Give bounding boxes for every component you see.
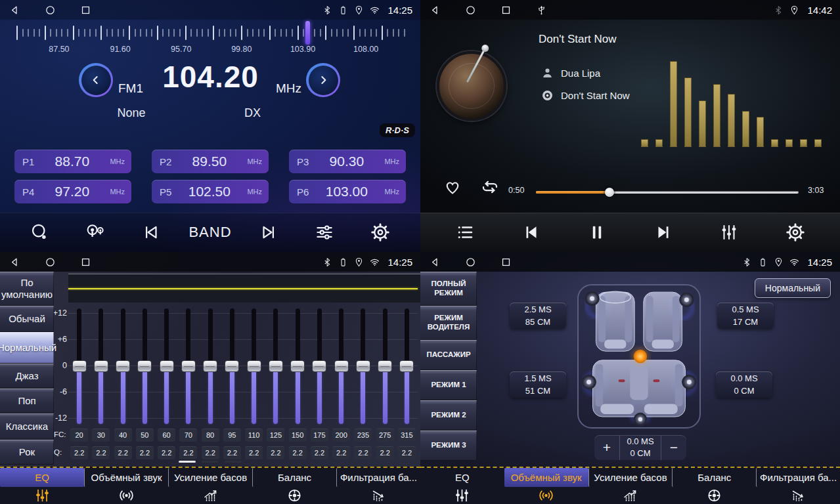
delay-front-right[interactable]: 0.5 MS 17 CM (717, 303, 774, 329)
tab-eq-sliders[interactable]: EQ (420, 468, 504, 504)
broadcast-icon[interactable] (77, 218, 114, 247)
eq-band-slider-200[interactable] (330, 307, 352, 427)
q-value[interactable]: 2.2 (354, 446, 372, 459)
tab-eq-sliders[interactable]: EQ (0, 468, 84, 504)
slider-thumb[interactable] (225, 360, 239, 372)
eq-preset-1[interactable]: По умолчанию (0, 272, 54, 306)
eq-preset-6[interactable]: Классика (0, 413, 54, 440)
q-value[interactable]: 2.2 (114, 446, 132, 459)
prev-icon[interactable] (133, 218, 169, 247)
preset-button-5[interactable]: P5 102.50 MHz (152, 180, 269, 203)
q-value[interactable]: 2.2 (92, 446, 110, 459)
eq-band-slider-150[interactable] (287, 307, 309, 427)
eq-preset-7[interactable]: Рок (0, 440, 54, 465)
fc-value[interactable]: 50 (136, 429, 154, 442)
seek-bar[interactable] (536, 188, 799, 197)
slider-thumb[interactable] (160, 360, 174, 372)
eq-band-slider-110[interactable] (243, 307, 265, 427)
back-button[interactable] (428, 255, 441, 268)
slider-thumb[interactable] (72, 360, 87, 372)
q-value[interactable]: 2.2 (376, 446, 394, 459)
fc-value[interactable]: 70 (179, 429, 197, 442)
eq-preset-3[interactable]: Нормальный (0, 332, 54, 364)
tab-balance[interactable]: Баланс (252, 468, 336, 504)
prev-track-icon[interactable] (513, 218, 550, 247)
eq-band-slider-315[interactable] (396, 307, 418, 427)
recents-button[interactable] (79, 255, 92, 268)
preset-button-6[interactable]: P6 103.00 MHz (289, 180, 406, 203)
slider-thumb[interactable] (356, 360, 370, 372)
mode-5[interactable]: РЕЖИМ 2 (420, 400, 477, 430)
eq-preset-2[interactable]: Обычай (0, 306, 54, 332)
fc-value[interactable]: 150 (289, 429, 307, 442)
eq-band-slider-40[interactable] (112, 307, 134, 427)
dial-pointer[interactable] (305, 21, 310, 45)
mode-4[interactable]: РЕЖИМ 1 (420, 370, 477, 400)
tab-bass-boost[interactable]: Усиление басов (168, 468, 252, 504)
repeat-icon[interactable] (479, 177, 500, 197)
slider-thumb[interactable] (269, 360, 283, 372)
eq-band-slider-70[interactable] (177, 307, 199, 427)
q-value[interactable]: 2.2 (70, 446, 88, 459)
slider-thumb[interactable] (334, 360, 349, 372)
q-value[interactable]: 2.2 (158, 446, 175, 459)
mode-6[interactable]: РЕЖИМ 3 (420, 430, 477, 461)
mode-2[interactable]: РЕЖИМ ВОДИТЕЛЯ (420, 306, 477, 340)
eq-band-slider-95[interactable] (221, 307, 243, 427)
band-button[interactable]: BAND (188, 218, 231, 247)
seek-thumb[interactable] (605, 188, 614, 197)
fc-value[interactable]: 275 (376, 429, 394, 442)
home-button[interactable] (43, 3, 56, 16)
increase-button[interactable]: + (594, 435, 619, 460)
back-button[interactable] (8, 255, 21, 268)
fc-value[interactable]: 315 (398, 429, 416, 442)
q-value[interactable]: 2.2 (136, 446, 154, 459)
surround-preset-button[interactable]: Нормальный (755, 278, 831, 298)
q-value[interactable]: 2.2 (289, 446, 307, 459)
mode-1[interactable]: ПОЛНЫЙ РЕЖИМ (420, 272, 477, 306)
fc-value[interactable]: 110 (245, 429, 263, 442)
slider-thumb[interactable] (181, 360, 196, 372)
slider-thumb[interactable] (203, 360, 217, 372)
slider-thumb[interactable] (247, 360, 261, 372)
preset-button-4[interactable]: P4 97.20 MHz (14, 180, 131, 203)
preset-button-3[interactable]: P3 90.30 MHz (289, 150, 406, 173)
q-value[interactable]: 2.2 (202, 446, 219, 459)
slider-thumb[interactable] (116, 360, 130, 372)
eq-preset-4[interactable]: Джаз (0, 364, 54, 388)
tune-up-button[interactable] (306, 63, 340, 97)
q-value[interactable]: 2.2 (332, 446, 350, 459)
preset-button-1[interactable]: P1 88.70 MHz (14, 150, 131, 173)
eq-band-slider-275[interactable] (374, 307, 396, 427)
delay-rear-left[interactable]: 1.5 MS 51 CM (510, 371, 566, 398)
fc-value[interactable]: 175 (311, 429, 328, 442)
eq-band-slider-20[interactable] (68, 307, 90, 427)
eq-adjust-icon[interactable] (306, 218, 343, 247)
tab-crossover-filter[interactable]: Фильтрация ба... (756, 468, 840, 504)
recents-button[interactable] (79, 3, 92, 16)
tab-bass-boost[interactable]: Усиление басов (588, 468, 673, 504)
tab-surround-sound[interactable]: Объёмный звук (84, 468, 168, 504)
slider-thumb[interactable] (137, 360, 152, 372)
q-value[interactable]: 2.2 (223, 446, 241, 459)
q-value[interactable]: 2.2 (311, 446, 328, 459)
decrease-button[interactable]: − (661, 435, 686, 460)
fc-value[interactable]: 80 (202, 429, 219, 442)
eq-preset-5[interactable]: Поп (0, 388, 54, 413)
slider-thumb[interactable] (94, 360, 108, 372)
fc-value[interactable]: 125 (267, 429, 284, 442)
fc-value[interactable]: 60 (158, 429, 175, 442)
eq-band-slider-30[interactable] (90, 307, 112, 427)
eq-band-slider-60[interactable] (156, 307, 177, 427)
slider-thumb[interactable] (399, 360, 414, 372)
back-button[interactable] (8, 3, 21, 16)
slider-thumb[interactable] (290, 360, 305, 372)
q-value[interactable]: 2.2 (245, 446, 263, 459)
eq-band-slider-125[interactable] (265, 307, 286, 427)
playlist-icon[interactable] (447, 218, 483, 247)
fc-value[interactable]: 95 (223, 429, 241, 442)
eq-band-slider-235[interactable] (352, 307, 374, 427)
eq-band-slider-80[interactable] (200, 307, 221, 427)
recents-button[interactable] (499, 255, 512, 268)
home-button[interactable] (464, 255, 477, 268)
